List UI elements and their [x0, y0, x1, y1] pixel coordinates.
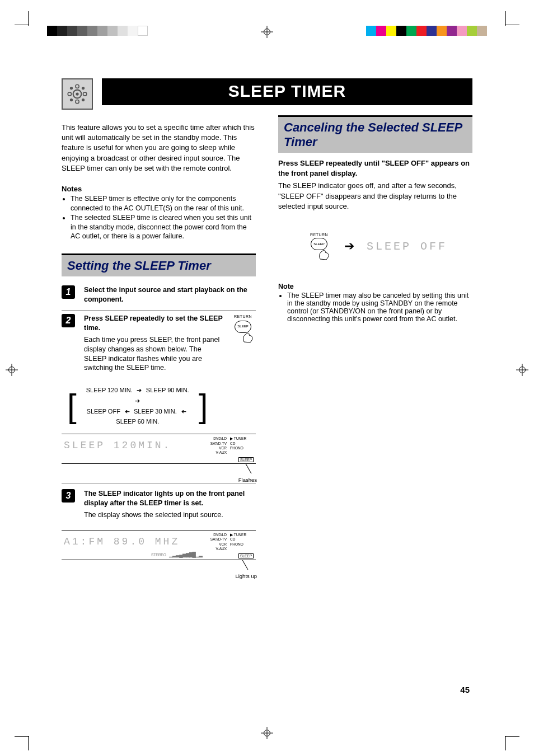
crop-mark — [505, 736, 506, 750]
color-bar — [366, 26, 487, 36]
press-finger-icon — [318, 247, 330, 260]
content-area: SLEEP TIMER This feature allows you to s… — [62, 78, 472, 560]
step-text: Press SLEEP repeatedly to set the SLEEP … — [84, 314, 224, 333]
svg-point-4 — [68, 92, 71, 96]
registration-mark-left — [6, 364, 18, 376]
svg-point-3 — [76, 100, 79, 104]
intro-text: This feature allows you to set a specifi… — [62, 123, 256, 173]
crop-mark — [505, 736, 519, 737]
cancel-graphic-row: RETURN SLEEP ➔ SLEEP OFF — [278, 233, 472, 260]
notes-heading: Notes — [62, 185, 256, 193]
svg-point-2 — [76, 84, 79, 88]
right-column: Canceling the Selected SLEEP Timer Press… — [278, 115, 472, 560]
sleep-label: SLEEP — [237, 324, 248, 328]
right-sub-text: The SLEEP indicator goes off, and after … — [278, 181, 472, 212]
lcd-segment-text: A1:FM 89.0 MHZ — [64, 533, 193, 547]
svg-point-6 — [70, 87, 73, 90]
note-heading: Note — [278, 283, 472, 290]
step-text: The SLEEP indicator lights up on the fro… — [84, 489, 256, 508]
step-number: 2 — [62, 314, 75, 327]
grayscale-bar — [47, 26, 148, 36]
note-item: The SLEEP timer is effective only for th… — [71, 194, 256, 213]
sleep-button-graphic: RETURN SLEEP — [306, 233, 332, 260]
page-number: 45 — [460, 685, 470, 694]
callout-flashes: Flashes — [238, 468, 257, 483]
step-text: Select the input source and start playba… — [84, 285, 256, 304]
step-1: 1 Select the input source and start play… — [62, 282, 256, 311]
step-subtext: The display shows the selected input sou… — [84, 510, 256, 520]
remote-control-icon — [62, 78, 93, 110]
right-note: Note The SLEEP timer may also be cancele… — [278, 283, 472, 323]
svg-point-8 — [70, 98, 73, 101]
crop-mark — [28, 11, 29, 26]
svg-point-5 — [83, 92, 87, 96]
flow-item: SLEEP 120 MIN. — [86, 387, 133, 393]
step-2: 2 Press SLEEP repeatedly to set the SLEE… — [62, 311, 256, 378]
flow-item: SLEEP OFF — [87, 408, 120, 415]
crop-mark — [28, 736, 29, 750]
left-column: This feature allows you to set a specifi… — [62, 115, 256, 560]
step-3: 3 The SLEEP indicator lights up on the f… — [62, 483, 256, 525]
page-title: SLEEP TIMER — [102, 82, 472, 101]
flow-item: SLEEP 60 MIN. — [116, 418, 159, 425]
step-subtext: Each time you press SLEEP, the front pan… — [84, 335, 224, 373]
title-bar: SLEEP TIMER — [102, 78, 472, 105]
sleep-indicator: SLEEP — [238, 457, 254, 462]
section-heading-setting: Setting the SLEEP Timer — [62, 253, 256, 276]
section-heading-canceling: Canceling the Selected SLEEP Timer — [278, 115, 472, 153]
crop-mark — [505, 11, 506, 26]
crop-mark — [505, 25, 519, 25]
lcd-segment-text: SLEEP 120MIN. — [64, 436, 193, 451]
registration-mark-right — [516, 364, 528, 376]
crop-mark — [15, 736, 29, 737]
sleep-indicator: SLEEP — [238, 553, 254, 558]
note-item: The SLEEP timer may also be canceled by … — [287, 292, 472, 323]
return-label: RETURN — [234, 314, 252, 319]
svg-point-9 — [82, 98, 85, 101]
lcd-display-2: A1:FM 89.0 MHZ DVD/LD SAT/D-TV VCR V-AUX… — [62, 530, 256, 560]
flow-item: SLEEP 90 MIN. — [146, 387, 189, 393]
note-item: The selected SLEEP time is cleared when … — [71, 213, 256, 242]
lcd-display-1: SLEEP 120MIN. DVD/LD SAT/D-TV VCR V-AUX … — [62, 434, 256, 464]
step-number: 3 — [62, 489, 75, 503]
svg-point-7 — [82, 87, 85, 90]
registration-mark-bottom — [261, 727, 273, 739]
right-main-text: Press SLEEP repeatedly until "SLEEP OFF"… — [278, 159, 470, 177]
arrow-right-icon: ➔ — [344, 239, 354, 253]
lcd-segment-sleep-off: SLEEP OFF — [367, 240, 447, 253]
step-number: 1 — [62, 285, 75, 299]
press-finger-icon — [242, 330, 254, 343]
crop-mark — [15, 25, 29, 25]
flow-item: SLEEP 30 MIN. — [134, 408, 177, 415]
page: SLEEP TIMER This feature allows you to s… — [0, 0, 534, 756]
sleep-button-graphic: RETURN SLEEP — [230, 314, 256, 373]
level-bars-icon: STEREO ▁▂▃▄▅▆▇█▁▂ — [151, 552, 202, 557]
svg-point-1 — [76, 92, 78, 95]
callout-lights-up: Lights up — [235, 565, 257, 579]
lcd-legend-right: ▶ TUNER CD PHONO — [230, 436, 254, 450]
registration-mark-top — [261, 26, 273, 38]
lcd-legend-left: DVD/LD SAT/D-TV VCR V-AUX — [193, 436, 227, 456]
sleep-label: SLEEP — [313, 242, 324, 246]
sleep-time-flow: [ SLEEP 120 MIN. ➔ SLEEP 90 MIN. ➔ SLEEP… — [64, 385, 254, 427]
lcd-legend-left: DVD/LD SAT/D-TV VCR V-AUX — [193, 533, 227, 552]
lcd-legend-right: ▶ TUNER CD PHONO — [230, 533, 254, 547]
return-label: RETURN — [310, 233, 328, 237]
notes-list: The SLEEP timer is effective only for th… — [62, 194, 256, 241]
